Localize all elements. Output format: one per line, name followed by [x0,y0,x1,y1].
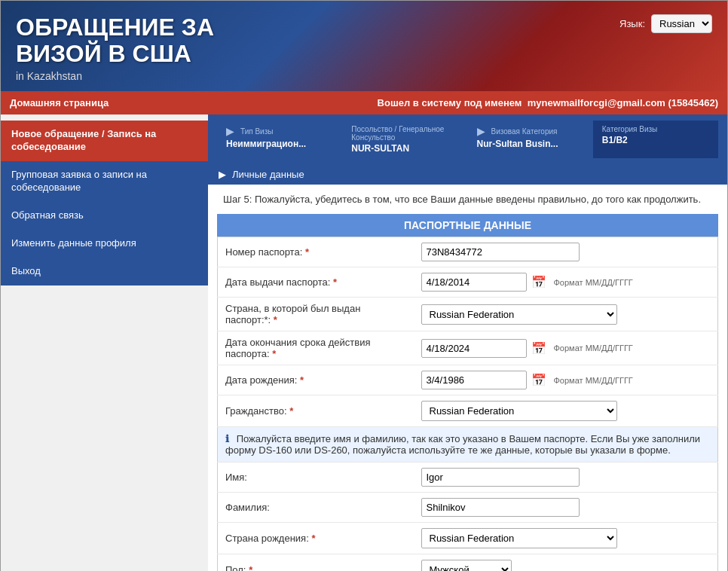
user-info: Вошел в систему под именем mynewmailforc… [378,97,718,108]
header-right: Язык: Russian English [619,14,712,33]
header: ОБРАЩЕНИЕ ЗА ВИЗОЙ В США in Kazakhstan Я… [1,1,727,91]
issue-country-select[interactable]: Russian Federation Kazakhstan United Sta… [421,304,617,325]
birth-country-row: Страна рождения: * Russian Federation Ka… [218,523,718,554]
sidebar-item-edit-profile[interactable]: Изменить данные профиля [1,230,208,258]
citizenship-label: Гражданство: * [218,395,414,427]
citizenship-row: Гражданство: * Russian Federation Kazakh… [218,395,718,427]
step-embassy: Посольство / Генеральное Консульство NUR… [342,121,467,158]
birth-date-row: Дата рождения: * 📅 Формат ММ/ДД/ГГГГ [218,365,718,395]
first-name-input[interactable] [421,468,580,487]
step-visa-cat-type-value: B1/B2 [602,135,709,145]
step-visa-category-value: Nur-Sultan Busin... [477,139,584,149]
birth-date-format: Формат ММ/ДД/ГГГГ [554,376,633,385]
form-section: ПАСПОРТНЫЕ ДАННЫЕ Номер паспорта: * [217,214,718,571]
layout: Новое обращение / Запись на собеседовани… [1,115,727,571]
section-header: ПАСПОРТНЫЕ ДАННЫЕ [217,214,718,237]
expiry-date-input[interactable] [421,339,527,358]
expiry-date-format: Формат ММ/ДД/ГГГГ [554,344,633,353]
info-row: ℹ Пожалуйста введите имя и фамилию, так … [218,427,718,463]
citizenship-select[interactable]: Russian Federation Kazakhstan United Sta… [421,401,617,421]
info-text: Пожалуйста введите имя и фамилию, так ка… [225,433,700,456]
lang-label: Язык: [619,18,645,29]
issue-date-calendar-icon[interactable]: 📅 [531,275,546,289]
step-visa-category: ▶ Визовая Категория Nur-Sultan Busin... [468,121,593,158]
passport-number-row: Номер паспорта: * [218,237,718,267]
step-visa-type-value: Неиммиграцион... [226,139,333,149]
last-name-label: Фамилия: [218,493,414,523]
step-arrow-1: ▶ [226,125,234,137]
step-visa-type: ▶ Тип Визы Неиммиграцион... [217,121,342,158]
steps-breadcrumb: ▶ Тип Визы Неиммиграцион... Посольство /… [208,115,727,164]
user-email: mynewmailforcgi@gmail.com (15845462) [528,97,718,108]
sidebar-item-logout[interactable]: Выход [1,258,208,286]
sidebar: Новое обращение / Запись на собеседовани… [1,115,208,571]
step-embassy-value: NUR-SULTAN [351,143,458,154]
home-link[interactable]: Домашняя страница [10,97,109,108]
issue-country-label: Страна, в которой был выдан паспорт:*: * [218,298,414,331]
passport-number-input[interactable] [421,243,580,261]
sidebar-item-new-application[interactable]: Новое обращение / Запись на собеседовани… [1,121,208,161]
personal-data-label: Личные данные [232,169,304,180]
gender-label: Пол: * [218,554,414,571]
title-line1: ОБРАЩЕНИЕ ЗА ВИЗОЙ В США [16,14,214,67]
passport-form-table: Номер паспорта: * Дата выдачи паспорта: … [217,237,718,571]
issue-date-label: Дата выдачи паспорта: * [218,267,414,298]
info-icon: ℹ [225,433,229,444]
step-arrow-3: ▶ [477,125,485,137]
birth-date-label: Дата рождения: * [218,365,414,395]
sidebar-item-group-application[interactable]: Групповая заявка о записи на собеседован… [1,161,208,202]
gender-select[interactable]: Мужской Женский [421,560,512,571]
last-name-input[interactable] [421,498,580,517]
expiry-date-label: Дата окончания срока действия паспорта: … [218,331,414,365]
navbar: Домашняя страница Вошел в систему под им… [1,91,727,115]
issue-country-row: Страна, в которой был выдан паспорт:*: *… [218,298,718,331]
last-name-row: Фамилия: [218,493,718,523]
personal-step-arrow: ▶ [219,169,226,180]
main-content: ▶ Тип Визы Неиммиграцион... Посольство /… [208,115,727,571]
birth-country-label: Страна рождения: * [218,523,414,554]
expiry-date-row: Дата окончания срока действия паспорта: … [218,331,718,365]
first-name-row: Имя: [218,463,718,493]
issue-date-row: Дата выдачи паспорта: * 📅 Формат ММ/ДД/Г… [218,267,718,298]
sidebar-item-feedback[interactable]: Обратная связь [1,202,208,230]
expiry-date-calendar-icon[interactable]: 📅 [531,341,546,356]
birth-date-calendar-icon[interactable]: 📅 [531,373,546,387]
step-info: Шаг 5: Пожалуйста, убедитесь в том, что … [208,185,727,214]
header-subtitle: in Kazakhstan [16,70,214,82]
issue-date-format: Формат ММ/ДД/ГГГГ [554,278,633,287]
language-select[interactable]: Russian English [651,14,712,33]
header-title: ОБРАЩЕНИЕ ЗА ВИЗОЙ В США in Kazakhstan [16,14,214,82]
birth-date-input[interactable] [421,371,527,389]
passport-number-label: Номер паспорта: * [218,237,414,267]
gender-row: Пол: * Мужской Женский [218,554,718,571]
first-name-label: Имя: [218,463,414,493]
birth-country-select[interactable]: Russian Federation Kazakhstan United Sta… [421,528,617,548]
step-visa-cat-type: Категория Визы B1/B2 [593,121,718,158]
issue-date-input[interactable] [421,273,527,292]
personal-data-step: ▶ Личные данные [208,164,727,185]
